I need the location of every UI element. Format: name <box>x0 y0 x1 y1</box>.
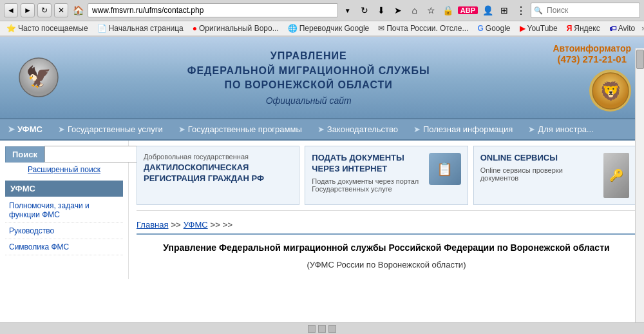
home2-icon[interactable]: ⌂ <box>408 3 422 17</box>
user-icon[interactable]: 👤 <box>480 3 495 17</box>
svg-text:🦅: 🦅 <box>26 64 52 89</box>
site-header: 🦅 УПРАВЛЕНИЕ ФЕДЕРАЛЬНОЙ МИГРАЦИОННОЙ СЛ… <box>0 37 644 118</box>
refresh-page-icon[interactable]: ↻ <box>357 3 372 17</box>
scrollbar[interactable] <box>635 48 644 332</box>
card-online-text: ONLINE СЕРВИСЫ Online сервисы проверки д… <box>480 153 598 182</box>
nav-item-legislation[interactable]: ➤ Законодательство <box>310 119 406 139</box>
adblock-badge: ABP <box>458 6 478 14</box>
bookmark-label: Оригинальный Воро... <box>199 24 279 33</box>
bookmark-label: Переводчик Google <box>299 24 370 33</box>
main-subheading: (УФМС России по Воронежской области) <box>137 259 636 271</box>
avito-icon: 🏷 <box>609 25 616 32</box>
breadcrumb-sep2: >> <box>211 220 220 230</box>
breadcrumb-home[interactable]: Главная <box>137 220 168 230</box>
stop-button[interactable]: ✕ <box>54 3 68 17</box>
nav-item-ufms[interactable]: ➤ УФМС <box>0 119 50 139</box>
bookmark-google[interactable]: G Google <box>475 23 513 34</box>
nav-bar: ➤ УФМС ➤ Государственные услуги ➤ Госуда… <box>0 118 644 141</box>
breadcrumb-sep3: >> <box>223 220 232 230</box>
nav-label-legislation: Законодательство <box>327 124 398 134</box>
card-submit-docs: ПОДАТЬ ДОКУМЕНТЫ ЧЕРЕЗ ИНТЕРНЕТ Подать д… <box>305 146 468 205</box>
bookmarks-bar: ⭐ Часто посещаемые 📄 Начальная страница … <box>0 21 644 36</box>
nav-item-foreign[interactable]: ➤ Для иностра... <box>520 119 601 139</box>
search-input[interactable] <box>543 3 637 17</box>
sidebar-link-powers[interactable]: Полномочия, задачи и функции ФМС <box>5 198 123 223</box>
voronezh-coat: 🦁 <box>591 72 630 110</box>
download-icon[interactable]: ⬇ <box>374 3 388 17</box>
bookmark-label: Avito <box>618 24 635 33</box>
svg-text:🦁: 🦁 <box>599 81 621 102</box>
sidebar: Поиск 🔍 Расширенный поиск УФМС Полномочи… <box>0 141 129 279</box>
sidebar-section-ufms: УФМС <box>5 181 123 197</box>
nav-label-foreign: Для иностра... <box>538 124 593 134</box>
nav-label-ufms: УФМС <box>17 124 43 134</box>
card-online: ONLINE СЕРВИСЫ Online сервисы проверки д… <box>473 146 636 205</box>
bookmark-google-translate[interactable]: 🌐 Переводчик Google <box>285 23 372 34</box>
main-text: Управление Федеральной миграционной служ… <box>137 241 636 271</box>
fms-logo: 🦅 <box>13 55 64 100</box>
bookmark-frequently-visited[interactable]: ⭐ Часто посещаемые <box>4 23 91 34</box>
nav-item-info[interactable]: ➤ Полезная информация <box>406 119 520 139</box>
search-label[interactable]: Поиск <box>5 146 44 162</box>
card-submit-image: 📋 <box>429 153 461 185</box>
dots-icon[interactable]: ⋮ <box>514 3 528 17</box>
header-right: Автоинформатор (473) 271-21-01 🦁 <box>553 43 631 112</box>
nav-arrow-foreign: ➤ <box>528 124 535 134</box>
nav-label-programs: Государственные программы <box>188 124 302 134</box>
toolbar: ◄ ► ↻ ✕ 🏠 ▼ ↻ ⬇ ➤ ⌂ ☆ 🔒 ABP 👤 ⊞ ⋮ 🔍 <box>0 0 644 21</box>
grid-icon[interactable]: ⊞ <box>497 3 511 17</box>
bookmark-pochta[interactable]: ✉ Почта России. Отсле... <box>375 23 471 34</box>
card-online-subtitle: Online сервисы проверки документов <box>480 166 598 182</box>
arrow-icon[interactable]: ➤ <box>391 3 405 17</box>
sidebar-link-management[interactable]: Руководство <box>5 223 123 239</box>
advanced-search-link[interactable]: Расширенный поиск <box>5 165 123 174</box>
nav-arrow-ufms: ➤ <box>8 124 15 134</box>
bookmark-youtube[interactable]: ▶ YouTube <box>517 23 560 34</box>
bookmark-label: Яндекс <box>574 24 600 33</box>
header-title: УПРАВЛЕНИЕ ФЕДЕРАЛЬНОЙ МИГРАЦИОННОЙ СЛУЖ… <box>64 49 553 105</box>
main-layout: Поиск 🔍 Расширенный поиск УФМС Полномочи… <box>0 141 644 279</box>
bookmark-original-voro[interactable]: ● Оригинальный Воро... <box>190 23 281 34</box>
bookmarks-more[interactable]: » <box>641 24 644 33</box>
dropdown-icon[interactable]: ▼ <box>341 3 355 17</box>
content-area: Добровольная государственная ДАКТИЛОСКОП… <box>129 141 644 279</box>
card-online-title: ONLINE СЕРВИСЫ <box>480 153 598 164</box>
bookmark-label: YouTube <box>527 24 558 33</box>
title-line2: ФЕДЕРАЛЬНОЙ МИГРАЦИОННОЙ СЛУЖБЫ <box>187 65 430 76</box>
mail-icon: ✉ <box>378 24 384 33</box>
autoinformator-phone: (473) 271-21-01 <box>553 54 631 64</box>
forward-button[interactable]: ► <box>21 3 35 17</box>
status-btn-2 <box>318 325 326 333</box>
card-online-image: 🔑 <box>603 153 629 198</box>
nav-arrow-services: ➤ <box>58 124 65 134</box>
bookmark-label: Почта России. Отсле... <box>386 24 468 33</box>
home-icon[interactable]: 🏠 <box>71 3 85 17</box>
bookmark-home-page[interactable]: 📄 Начальная страница <box>95 23 186 34</box>
refresh-button[interactable]: ↻ <box>37 3 52 17</box>
lock-icon[interactable]: 🔒 <box>441 3 455 17</box>
search-box: Поиск 🔍 <box>5 146 123 162</box>
address-bar[interactable] <box>88 3 338 17</box>
bookmark-label: Начальная страница <box>109 24 184 33</box>
card-submit-subtitle: Подать документы через портал Государств… <box>312 177 423 193</box>
bookmark-label: Google <box>486 24 511 33</box>
bookmark-icon[interactable]: ☆ <box>424 3 439 17</box>
cards-row: Добровольная государственная ДАКТИЛОСКОП… <box>137 141 636 211</box>
breadcrumb-ufms[interactable]: УФМС <box>184 220 208 230</box>
nav-item-services[interactable]: ➤ Государственные услуги <box>50 119 171 139</box>
autoinformator-label: Автоинформатор <box>553 43 631 54</box>
scrollbar-thumb[interactable] <box>636 50 644 69</box>
header-subtitle: Официальный сайт <box>64 95 553 106</box>
sidebar-link-symbols[interactable]: Символика ФМС <box>5 239 123 255</box>
main-heading: Управление Федеральной миграционной служ… <box>137 241 636 255</box>
status-btn-3 <box>328 325 336 333</box>
bookmark-yandex[interactable]: Я Яндекс <box>564 23 603 34</box>
star-icon: ⭐ <box>6 24 16 33</box>
title-line1: УПРАВЛЕНИЕ <box>270 50 347 61</box>
bookmark-avito[interactable]: 🏷 Avito <box>607 23 638 34</box>
browser-chrome: ◄ ► ↻ ✕ 🏠 ▼ ↻ ⬇ ➤ ⌂ ☆ 🔒 ABP 👤 ⊞ ⋮ 🔍 <box>0 0 644 37</box>
nav-item-programs[interactable]: ➤ Государственные программы <box>171 119 310 139</box>
back-button[interactable]: ◄ <box>4 3 18 17</box>
eagle-emblem: 🦅 <box>18 57 60 99</box>
autoinformator-info: Автоинформатор (473) 271-21-01 <box>553 43 631 64</box>
